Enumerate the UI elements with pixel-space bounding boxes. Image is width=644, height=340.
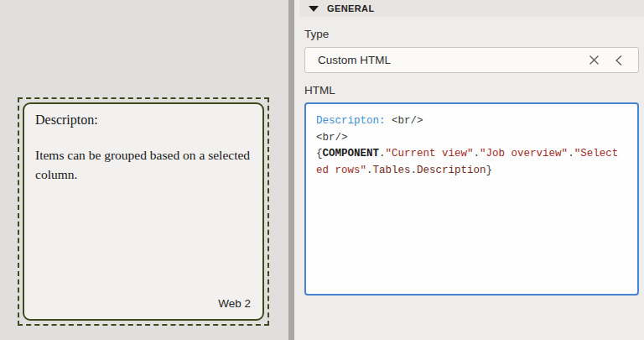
custom-html-widget[interactable]: Descripton: Items can be grouped based o… — [23, 102, 264, 321]
html-field-label: HTML — [304, 84, 639, 97]
section-header-general[interactable]: GENERAL — [299, 0, 644, 17]
app-window: Descripton: Items can be grouped based o… — [0, 0, 644, 340]
chevron-left-icon[interactable] — [610, 51, 628, 70]
properties-panel: GENERAL Type Custom HTML HTML — [294, 0, 644, 340]
panel-content: Type Custom HTML HTML Descripton: < — [294, 28, 644, 296]
html-code-content: Descripton: <br/><br/>{COMPONENT."Curren… — [316, 113, 632, 179]
collapse-triangle-icon — [309, 6, 319, 12]
widget-body-text: Items can be grouped based on a selected… — [35, 145, 267, 184]
clear-icon[interactable] — [584, 51, 603, 70]
html-code-editor[interactable]: Descripton: <br/><br/>{COMPONENT."Curren… — [304, 102, 639, 296]
widget-name-label: Web 2 — [218, 297, 251, 310]
type-select[interactable]: Custom HTML — [304, 47, 639, 73]
design-canvas[interactable]: Descripton: Items can be grouped based o… — [0, 0, 288, 340]
widget-title-text: Descripton: — [35, 111, 252, 129]
section-title: GENERAL — [327, 3, 375, 13]
type-field-label: Type — [304, 28, 639, 40]
type-select-value: Custom HTML — [318, 54, 584, 66]
widget-selection-outline: Descripton: Items can be grouped based o… — [18, 97, 269, 326]
panel-splitter[interactable] — [288, 0, 294, 340]
